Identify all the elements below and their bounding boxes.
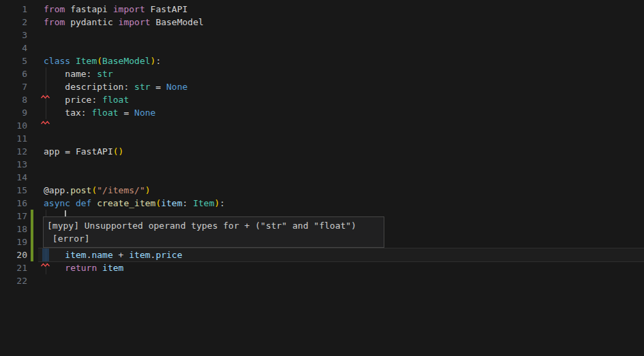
code-token [70, 198, 76, 208]
code-token: + [113, 250, 129, 260]
code-editor[interactable]: 1from fastapi import FastAPI2from pydant… [0, 0, 644, 356]
code-token: pydantic [65, 17, 118, 27]
code-token: class [44, 56, 70, 66]
code-line: 4 [0, 42, 644, 54]
line-number[interactable]: 22 [0, 274, 27, 287]
gutter-decorations [27, 29, 44, 42]
code-token: FastAPI [145, 4, 188, 14]
gutter-decorations [27, 16, 44, 29]
code-token: BaseModel [102, 56, 150, 66]
code-token: item [129, 250, 150, 260]
line-number[interactable]: 17 [0, 210, 27, 223]
git-added-indicator [31, 210, 33, 223]
code-token: : [183, 198, 194, 208]
line-number[interactable]: 4 [0, 42, 27, 54]
code-token: float [102, 95, 129, 105]
code-token: from [44, 17, 65, 27]
code-token: price: [44, 95, 102, 105]
line-number[interactable]: 18 [0, 223, 27, 236]
code-line: 8 price: float [0, 93, 644, 106]
git-added-indicator [31, 236, 33, 248]
gutter-decorations [27, 261, 44, 274]
code-token: "/items/" [97, 185, 144, 195]
hover-tooltip: [mypy] Unsupported operand types for + (… [43, 216, 384, 248]
gutter-decorations [27, 184, 44, 197]
gutter-decorations [27, 223, 44, 236]
line-number[interactable]: 12 [0, 145, 27, 158]
line-number[interactable]: 2 [0, 16, 27, 29]
gutter-decorations [27, 145, 44, 158]
code-token: = [151, 82, 166, 92]
code-line: 7 description: str = None [0, 80, 644, 93]
code-line-content[interactable]: price: float [44, 93, 129, 106]
line-number[interactable]: 19 [0, 236, 27, 248]
gutter-decorations [27, 197, 44, 210]
gutter-decorations [27, 54, 44, 67]
code-token: : [219, 198, 225, 208]
code-token: fastapi [65, 4, 112, 14]
code-token [44, 263, 65, 273]
code-token: import [119, 17, 151, 27]
code-token: app = FastAPI [44, 146, 113, 157]
code-token: def [76, 198, 91, 208]
code-line-content[interactable]: app = FastAPI() [44, 145, 123, 158]
line-number[interactable]: 15 [0, 184, 27, 197]
line-number[interactable]: 13 [0, 158, 27, 171]
gutter-decorations [27, 210, 44, 223]
code-line: 9 tax: float = None [0, 106, 644, 119]
code-token: tax: [44, 108, 91, 118]
line-number[interactable]: 5 [0, 54, 27, 67]
code-line-content[interactable]: item.name + item.price [44, 248, 183, 261]
code-token: item [102, 263, 123, 273]
code-token: @app. [44, 185, 70, 195]
code-token: : [155, 56, 161, 66]
code-token: Item [76, 56, 97, 66]
code-token: import [113, 4, 145, 14]
code-line: 1from fastapi import FastAPI [0, 3, 644, 16]
code-line: 3 [0, 29, 644, 42]
line-number[interactable]: 10 [0, 119, 27, 132]
line-number[interactable]: 16 [0, 197, 27, 210]
code-line-content[interactable]: async def create_item(item: Item): [44, 197, 225, 210]
code-token: post [70, 185, 91, 195]
gutter-decorations [27, 106, 44, 119]
gutter-decorations [27, 158, 44, 171]
code-line-content[interactable]: description: str = None [44, 80, 187, 93]
code-line: 22 [0, 274, 644, 287]
code-token [70, 56, 76, 66]
git-added-indicator [31, 248, 33, 261]
line-number[interactable]: 9 [0, 106, 27, 119]
code-token [97, 263, 102, 273]
line-number[interactable]: 14 [0, 171, 27, 184]
line-number[interactable]: 8 [0, 93, 27, 106]
code-line: 6 name: str [0, 67, 644, 80]
code-line-content[interactable]: return item [44, 261, 123, 274]
line-number[interactable]: 21 [0, 261, 27, 274]
code-token: item [161, 198, 182, 208]
git-added-indicator [31, 223, 33, 236]
code-token: name: [44, 69, 97, 79]
gutter-decorations [27, 3, 44, 16]
code-line-content[interactable]: class Item(BaseModel): [44, 54, 161, 67]
code-line: 5class Item(BaseModel): [0, 54, 644, 67]
line-number[interactable]: 20 [0, 248, 27, 261]
line-number[interactable]: 3 [0, 29, 27, 42]
code-line-content[interactable]: from pydantic import BaseModel [44, 16, 204, 29]
gutter-decorations [27, 119, 44, 132]
line-number[interactable]: 7 [0, 80, 27, 93]
line-number[interactable]: 1 [0, 3, 27, 16]
gutter-decorations [27, 67, 44, 80]
code-line: 12app = FastAPI() [0, 145, 644, 158]
code-token: name [91, 250, 112, 260]
code-token: description: [44, 82, 134, 92]
code-line-content[interactable]: name: str [44, 67, 113, 80]
code-token: () [113, 146, 124, 157]
code-line-content[interactable]: tax: float = None [44, 106, 155, 119]
line-number[interactable]: 11 [0, 132, 27, 145]
gutter-decorations [27, 236, 44, 248]
code-token: async [44, 198, 70, 208]
code-line-content[interactable]: @app.post("/items/") [44, 184, 151, 197]
line-number[interactable]: 6 [0, 67, 27, 80]
code-line: 15@app.post("/items/") [0, 184, 644, 197]
code-line-content[interactable]: from fastapi import FastAPI [44, 3, 187, 16]
